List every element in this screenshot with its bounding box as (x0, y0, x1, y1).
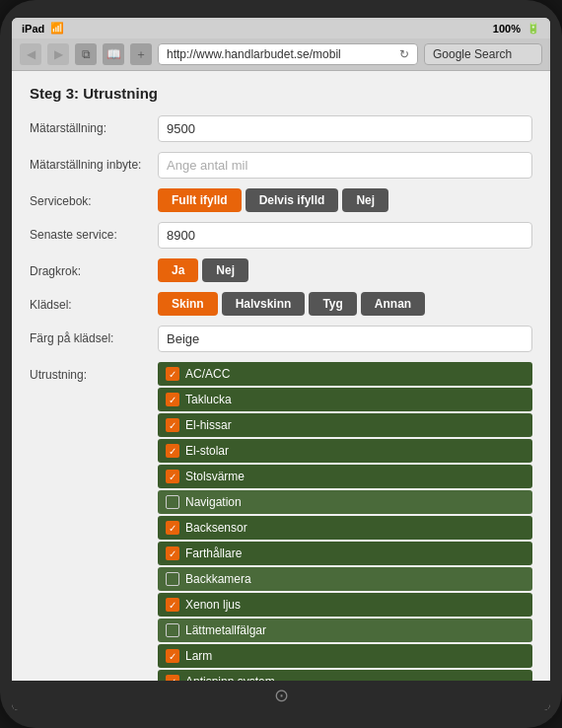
servicebok-label: Servicebok: (30, 188, 148, 208)
checkbox-icon: ✓ (166, 546, 179, 560)
kladsel-row: Klädsel: Skinn Halvskinn Tyg Annan (30, 292, 532, 316)
ipad-label: iPad (22, 23, 44, 35)
content-area: Steg 3: Utrustning Mätarställning: Mätar… (12, 71, 550, 681)
ipad-frame: iPad 📶 100% 🔋 ◀ ▶ ⧉ 📖 ＋ http://www.handl… (0, 0, 562, 728)
checkbox-icon: ✓ (166, 649, 179, 663)
utrustning-item[interactable]: Navigation (158, 490, 532, 514)
matarinstallning-control (158, 115, 532, 142)
kladsel-annan-button[interactable]: Annan (361, 292, 425, 316)
checkbox-icon: ✓ (166, 418, 179, 432)
back-button[interactable]: ◀ (20, 43, 41, 65)
utrustning-item[interactable]: ✓Farthållare (158, 542, 532, 565)
utrustning-item[interactable]: Backkamera (158, 567, 532, 591)
utrustning-item-label: Larm (185, 649, 212, 663)
browser-bar: ◀ ▶ ⧉ 📖 ＋ http://www.handlarbudet.se/mob… (12, 38, 550, 71)
utrustning-item-label: Backsensor (185, 521, 247, 535)
dragkrok-btn-group: Ja Nej (158, 258, 532, 282)
bookmarks-button[interactable]: 📖 (103, 43, 124, 65)
utrustning-item-label: Navigation (185, 495, 242, 509)
utrustning-row: Utrustning: ✓AC/ACC✓Taklucka✓El-hissar✓E… (30, 362, 532, 681)
senaste-service-label: Senaste service: (30, 222, 148, 242)
checkbox-icon (166, 495, 179, 509)
utrustning-item-label: El-hissar (185, 418, 232, 432)
battery-label: 100% (493, 23, 521, 35)
utrustning-item[interactable]: ✓AC/ACC (158, 362, 532, 386)
wifi-icon: 📶 (50, 22, 64, 35)
senaste-service-control (158, 222, 532, 249)
dragkrok-label: Dragkrok: (30, 258, 148, 278)
checkbox-icon: ✓ (166, 470, 179, 483)
matarinstallning-inbyte-row: Mätarställning inbyte: (30, 152, 532, 179)
status-right: 100% 🔋 (493, 22, 540, 35)
ipad-screen: iPad 📶 100% 🔋 ◀ ▶ ⧉ 📖 ＋ http://www.handl… (12, 18, 550, 710)
servicebok-delvis-button[interactable]: Delvis ifylld (246, 188, 339, 212)
senaste-service-input[interactable] (158, 222, 532, 249)
kladsel-label: Klädsel: (30, 292, 148, 312)
servicebok-control: Fullt ifylld Delvis ifylld Nej (158, 188, 532, 212)
checkbox-icon: ✓ (166, 521, 179, 535)
dragkrok-nej-button[interactable]: Nej (202, 258, 248, 282)
add-tab-button[interactable]: ＋ (130, 43, 152, 65)
refresh-icon[interactable]: ↻ (399, 47, 409, 61)
status-left: iPad 📶 (22, 22, 64, 35)
utrustning-item[interactable]: ✓Antispinn system (158, 670, 532, 681)
kladsel-control: Skinn Halvskinn Tyg Annan (158, 292, 532, 316)
utrustning-item-label: Farthållare (185, 546, 242, 560)
checkbox-icon (166, 572, 179, 586)
farg-label: Färg på klädsel: (30, 326, 148, 345)
battery-icon: 🔋 (527, 22, 540, 35)
checkbox-icon (166, 623, 179, 637)
matarinstallning-inbyte-control (158, 152, 532, 179)
dragkrok-row: Dragkrok: Ja Nej (30, 258, 532, 282)
utrustning-item[interactable]: ✓El-hissar (158, 413, 532, 437)
utrustning-item[interactable]: ✓Larm (158, 644, 532, 668)
utrustning-item-label: Backkamera (185, 572, 251, 586)
matarinstallning-label: Mätarställning: (30, 115, 148, 135)
utrustning-item-label: Taklucka (185, 393, 232, 406)
matarinstallning-row: Mätarställning: (30, 115, 532, 142)
utrustning-item[interactable]: Lättmetallfälgar (158, 619, 532, 642)
utrustning-item[interactable]: ✓Stolsvärme (158, 465, 532, 488)
utrustning-list: ✓AC/ACC✓Taklucka✓El-hissar✓El-stolar✓Sto… (158, 362, 532, 681)
url-bar[interactable]: http://www.handlarbudet.se/mobil ↻ (158, 43, 418, 65)
dragkrok-ja-button[interactable]: Ja (158, 258, 198, 282)
utrustning-item[interactable]: ✓Taklucka (158, 388, 532, 411)
dragkrok-control: Ja Nej (158, 258, 532, 282)
kladsel-tyg-button[interactable]: Tyg (309, 292, 356, 316)
home-indicator[interactable]: ⊙ (12, 681, 550, 710)
utrustning-item-label: Stolsvärme (185, 470, 245, 483)
farg-row: Färg på klädsel: (30, 326, 532, 352)
tabs-button[interactable]: ⧉ (75, 43, 97, 65)
status-bar: iPad 📶 100% 🔋 (12, 18, 550, 38)
page-title: Steg 3: Utrustning (30, 85, 532, 102)
checkbox-icon: ✓ (166, 598, 179, 612)
farg-control (158, 326, 532, 352)
matarinstallning-input[interactable] (158, 115, 532, 142)
utrustning-item-label: Lättmetallfälgar (185, 623, 266, 637)
url-text: http://www.handlarbudet.se/mobil (167, 47, 399, 61)
matarinstallning-inbyte-label: Mätarställning inbyte: (30, 152, 148, 172)
senaste-service-row: Senaste service: (30, 222, 532, 249)
utrustning-item-label: Xenon ljus (185, 598, 241, 612)
checkbox-icon: ✓ (166, 444, 179, 458)
farg-input[interactable] (158, 326, 532, 352)
servicebok-nej-button[interactable]: Nej (342, 188, 388, 212)
checkbox-icon: ✓ (166, 367, 179, 381)
matarinstallning-inbyte-input[interactable] (158, 152, 532, 179)
utrustning-item[interactable]: ✓Backsensor (158, 516, 532, 540)
servicebok-btn-group: Fullt ifylld Delvis ifylld Nej (158, 188, 532, 212)
utrustning-item-label: El-stolar (185, 444, 229, 458)
forward-button[interactable]: ▶ (47, 43, 69, 65)
utrustning-item[interactable]: ✓El-stolar (158, 439, 532, 463)
utrustning-label: Utrustning: (30, 362, 148, 382)
kladsel-btn-group: Skinn Halvskinn Tyg Annan (158, 292, 532, 316)
kladsel-halvskinn-button[interactable]: Halvskinn (222, 292, 306, 316)
checkbox-icon: ✓ (166, 393, 179, 406)
utrustning-item-label: AC/ACC (185, 367, 230, 381)
servicebok-fullt-button[interactable]: Fullt ifylld (158, 188, 242, 212)
kladsel-skinn-button[interactable]: Skinn (158, 292, 218, 316)
search-box[interactable]: Google Search (424, 43, 542, 65)
utrustning-item[interactable]: ✓Xenon ljus (158, 593, 532, 617)
servicebok-row: Servicebok: Fullt ifylld Delvis ifylld N… (30, 188, 532, 212)
